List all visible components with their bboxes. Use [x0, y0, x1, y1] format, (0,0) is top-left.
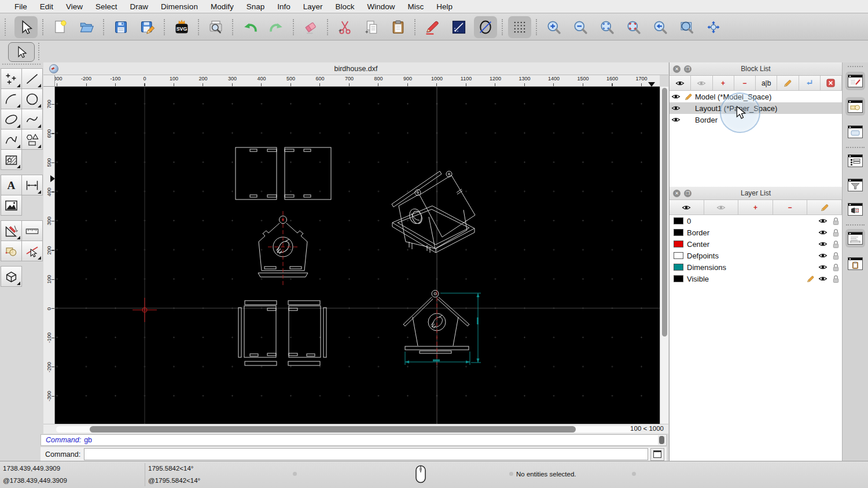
lock-icon[interactable]	[832, 228, 840, 237]
text-tool-button[interactable]: A	[1, 175, 22, 195]
redo-button[interactable]	[265, 16, 288, 38]
line-properties-button[interactable]	[447, 16, 470, 38]
auto-zoom-button[interactable]	[595, 16, 619, 38]
rename-block-button[interactable]: a|b	[756, 76, 777, 90]
menu-item[interactable]: Modify	[204, 2, 240, 11]
arc-tools-button[interactable]	[1, 88, 22, 109]
dock-drag-handle[interactable]	[848, 66, 863, 68]
circle-slash-toggle[interactable]	[474, 16, 497, 38]
eye-icon[interactable]	[818, 217, 827, 224]
lock-icon[interactable]	[832, 275, 840, 283]
menu-item[interactable]: Info	[271, 2, 297, 11]
eye-icon[interactable]	[818, 264, 827, 271]
open-document-button[interactable]	[75, 16, 98, 38]
measure-tools-button[interactable]	[21, 220, 43, 241]
save-as-button[interactable]	[136, 16, 159, 38]
delete-block-button[interactable]	[821, 76, 842, 90]
close-icon[interactable]: ✕	[673, 190, 681, 197]
eye-icon[interactable]	[818, 275, 827, 282]
command-options-button[interactable]	[650, 448, 664, 461]
layer-list-toggle[interactable]	[845, 151, 865, 170]
edit-layer-button[interactable]	[807, 200, 842, 215]
remove-block-button[interactable]: −	[734, 76, 756, 90]
print-preview-button[interactable]	[204, 16, 227, 38]
history-scrollbar[interactable]	[658, 435, 665, 445]
eye-icon[interactable]	[818, 241, 827, 247]
eye-icon[interactable]	[671, 105, 681, 112]
layer-row[interactable]: Center	[670, 238, 842, 250]
lock-icon[interactable]	[832, 217, 840, 225]
image-tool-button[interactable]	[1, 195, 22, 216]
polyline-tools-button[interactable]	[1, 129, 22, 150]
dimension-tools-button[interactable]	[21, 175, 43, 195]
menu-item[interactable]: View	[60, 2, 89, 11]
library-browser-toggle[interactable]	[845, 123, 865, 141]
command-line-toggle[interactable]	[845, 229, 865, 247]
drawing-canvas[interactable]	[55, 87, 660, 424]
menu-item[interactable]: Help	[430, 2, 459, 11]
menu-item[interactable]: Edit	[34, 2, 60, 11]
remove-layer-button[interactable]: −	[773, 200, 808, 215]
scrollbar-thumb[interactable]	[659, 436, 664, 444]
point-tools-button[interactable]	[1, 68, 22, 89]
svg-export-button[interactable]	[170, 16, 193, 38]
isometric-tools-button[interactable]	[1, 266, 22, 287]
selection-filter-toggle[interactable]	[845, 176, 865, 194]
spline-tools-button[interactable]	[21, 109, 43, 130]
insert-block-button[interactable]	[799, 76, 821, 90]
float-icon[interactable]: ❐	[684, 190, 692, 197]
palette-drag-handle[interactable]	[2, 64, 41, 66]
eye-icon[interactable]	[671, 116, 681, 123]
viewport-panel-toggle[interactable]	[845, 200, 865, 219]
menu-item[interactable]: Draw	[124, 2, 155, 11]
modify-tools-button[interactable]	[1, 220, 22, 241]
save-button[interactable]	[109, 16, 133, 38]
circle-tools-button[interactable]	[21, 88, 43, 109]
menu-item[interactable]: Layer	[297, 2, 329, 11]
hide-all-layers-button[interactable]	[704, 200, 739, 215]
clipboard-panel-toggle[interactable]	[845, 254, 865, 273]
zoom-selection-button[interactable]	[622, 16, 645, 38]
float-icon[interactable]: ❐	[684, 65, 692, 73]
toolbar-drag-handle[interactable]	[5, 19, 7, 36]
lock-icon[interactable]	[832, 252, 840, 260]
property-editor-toggle[interactable]	[845, 72, 865, 90]
canvas-vertical-scrollbar[interactable]	[660, 87, 668, 424]
hatch-tools-button[interactable]	[1, 149, 22, 170]
show-all-layers-button[interactable]	[670, 200, 704, 215]
grid-toggle[interactable]	[508, 16, 531, 38]
layer-row-current[interactable]: Visible	[670, 273, 842, 284]
block-tools-button[interactable]	[1, 241, 22, 261]
canvas-horizontal-scrollbar[interactable]: 100 < 1000	[43, 424, 668, 434]
menu-item[interactable]: File	[8, 2, 34, 11]
layer-row[interactable]: Border	[670, 227, 842, 238]
pan-button[interactable]	[702, 16, 725, 38]
new-document-button[interactable]	[49, 16, 72, 38]
active-tool-pointer-button[interactable]	[8, 42, 35, 62]
ellipse-tools-button[interactable]	[1, 109, 22, 130]
paste-button[interactable]	[387, 16, 410, 38]
menu-item[interactable]: Window	[361, 2, 402, 11]
zoom-in-button[interactable]	[542, 16, 565, 38]
scrollbar-thumb[interactable]	[662, 88, 667, 337]
menu-item[interactable]: Select	[89, 2, 124, 11]
menu-item[interactable]: Misc	[402, 2, 431, 11]
layer-row[interactable]: 0	[670, 215, 842, 227]
selection-pointer-button[interactable]	[14, 16, 38, 38]
layer-row[interactable]: Defpoints	[670, 250, 842, 261]
block-list-toggle[interactable]	[845, 97, 865, 116]
add-block-button[interactable]: +	[713, 76, 734, 90]
close-icon[interactable]: ✕	[673, 65, 681, 73]
hide-all-blocks-button[interactable]	[691, 76, 712, 90]
menu-item[interactable]: Block	[329, 2, 361, 11]
lock-icon[interactable]	[832, 240, 840, 249]
draw-edit-button[interactable]	[421, 16, 444, 38]
command-input[interactable]	[84, 448, 648, 460]
line-tools-button[interactable]	[21, 68, 43, 89]
undo-button[interactable]	[238, 16, 262, 38]
add-layer-button[interactable]: +	[738, 200, 773, 215]
cut-button[interactable]	[333, 16, 356, 38]
menu-item[interactable]: Snap	[240, 2, 271, 11]
eye-icon[interactable]	[818, 252, 827, 259]
select-tools-button[interactable]	[21, 241, 43, 261]
